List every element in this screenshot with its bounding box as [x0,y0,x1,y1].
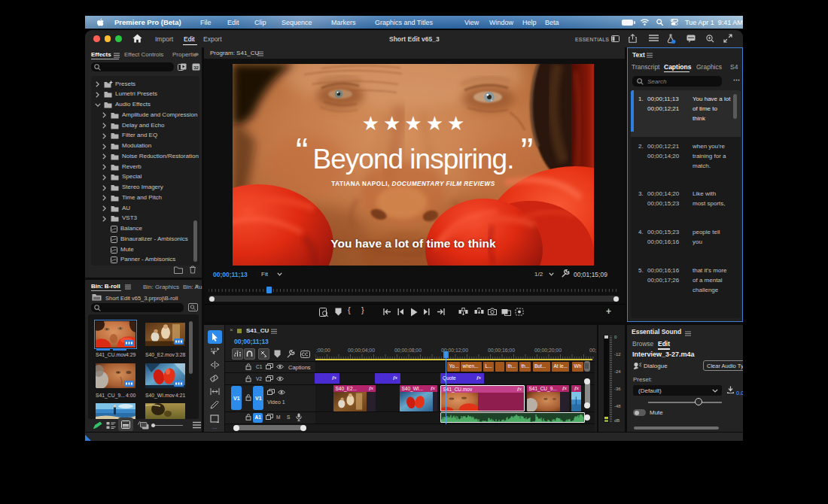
svg-text:32: 32 [193,65,199,70]
